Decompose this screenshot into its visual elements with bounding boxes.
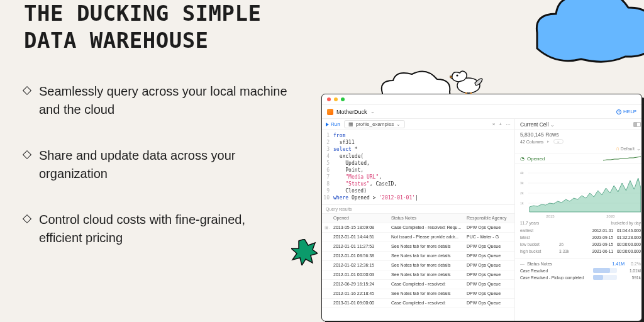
column-status-notes-row[interactable]: — Status Notes 1.41M 0.2% (520, 262, 641, 266)
svg-text:2k: 2k (520, 191, 524, 195)
panel-title[interactable]: Current Cell ⌄ (520, 121, 555, 128)
hero-bullet: Control cloud costs with fine-grained, e… (24, 211, 288, 247)
brand-logo-icon (327, 109, 333, 115)
sql-editor[interactable]: 1from 2 sf311 3select * 4 exclude( 5 Upd… (322, 130, 514, 204)
search-icon: ⌕ (557, 140, 560, 143)
table-row[interactable]: 2012-06-29 16:15:24Case Completed - reso… (322, 280, 514, 289)
tab-add-button[interactable]: + (499, 121, 502, 127)
chevron-down-icon: ⌄ (370, 109, 375, 114)
table-row[interactable]: 2012-01-01 08:56:38See Notes tab for mor… (322, 252, 514, 261)
window-zoom-icon[interactable] (341, 97, 345, 101)
row-count: 5,830,145 Rows (520, 131, 641, 138)
table-row[interactable]: 2012-01-02 12:36:15See Notes tab for mor… (322, 261, 514, 270)
table-row[interactable]: 2012-01-01 14:44:51Not issued - Please p… (322, 233, 514, 242)
histogram-bar: Case Resolved - Pickup completed 591k (520, 275, 641, 280)
svg-text:3k: 3k (520, 181, 524, 185)
starburst-decoration (291, 239, 318, 265)
distribution-chart[interactable]: 4k 3k 2k 1k 20152020 (515, 164, 642, 218)
duck-mascot (450, 65, 484, 97)
tab-more-button[interactable]: ⋯ (506, 121, 511, 127)
svg-text:4k: 4k (520, 171, 524, 175)
cloud-decoration-top (531, 0, 644, 64)
play-icon (326, 123, 329, 126)
chevron-down-icon: ⌄ (550, 122, 555, 128)
hero-title: THE DUCKING SIMPLE DATA WAREHOUSE (24, 0, 288, 53)
diamond-icon (23, 150, 31, 159)
sparkline-icon (603, 155, 641, 162)
diamond-icon (23, 86, 31, 95)
column-type-icon: ◔ (520, 156, 525, 162)
chevron-down-icon: ⌄ (396, 121, 401, 127)
columns-toggle-icon[interactable] (633, 122, 641, 127)
column-search-input[interactable]: ⌕ (553, 139, 564, 144)
table-header: Opened Status Notes Responsible Agency (322, 214, 514, 223)
table-row[interactable]: 2012-01-01 00:00:03See Notes tab for mor… (322, 270, 514, 280)
editor-tab[interactable]: ▦ profile_examples ⌄ (344, 120, 405, 128)
svg-point-2 (456, 74, 458, 76)
expand-icon[interactable]: ▣ (322, 223, 331, 232)
column-count: 42 Columns (520, 140, 543, 144)
table-row[interactable]: 2013-01-01 09:00:00Case Completed - reso… (322, 299, 514, 308)
hero-bullet: Share and update data across your organi… (24, 147, 288, 183)
columns-expand-icon[interactable]: ▸ (547, 139, 550, 144)
table-row[interactable]: 2012-01-01 11:27:53See Notes tab for mor… (322, 242, 514, 252)
brand-name: MotherDuck (336, 109, 367, 115)
help-icon: ? (616, 109, 621, 114)
diamond-icon (23, 214, 31, 223)
app-window: MotherDuck ⌄ ? HELP Run ▦ profile_exampl… (321, 94, 642, 321)
table-row[interactable]: ▣2013-05-15 18:09:08Case Completed - res… (322, 223, 514, 233)
svg-marker-0 (291, 239, 318, 265)
view-mode-select[interactable]: ⎍Default⌄ (616, 146, 641, 152)
run-button[interactable]: Run (326, 121, 340, 127)
results-table[interactable]: Opened Status Notes Responsible Agency ▣… (322, 214, 514, 308)
window-close-icon[interactable] (327, 97, 331, 101)
file-icon: ▦ (348, 121, 353, 127)
window-titlebar (322, 94, 641, 105)
tab-close-button[interactable]: × (492, 121, 496, 127)
hero-bullet: Seamlessly query across your local machi… (24, 82, 288, 119)
column-stats: 11.7 years bucketed by day earliest2012-… (515, 218, 642, 259)
column-opened-row[interactable]: ◔ Opened (515, 153, 642, 164)
help-link[interactable]: ? HELP (616, 109, 636, 114)
window-minimize-icon[interactable] (334, 97, 338, 101)
query-results-label: Query results (322, 204, 514, 214)
table-row[interactable]: 2012-01-16 22:18:45See Notes tab for mor… (322, 289, 514, 299)
svg-text:1k: 1k (520, 201, 524, 205)
brand[interactable]: MotherDuck ⌄ (327, 109, 375, 115)
histogram-bar: Case Resolved 1.01M (520, 268, 641, 273)
